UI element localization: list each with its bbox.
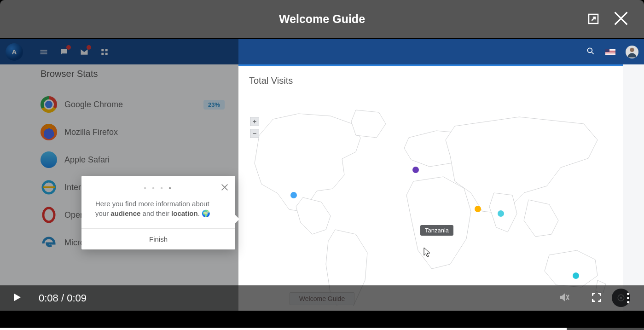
svg-point-13 [573,272,579,279]
browser-row: Mozilla Firefox [41,118,225,146]
svg-point-10 [412,167,419,173]
language-flag-icon[interactable] [605,49,615,55]
svg-point-6 [630,47,634,52]
browser-name: Mozilla Firefox [64,127,225,137]
modal-title: Welcome Guide [279,12,365,26]
menu-icon[interactable] [39,47,48,57]
cursor-icon [424,247,432,257]
tour-finish-button[interactable]: Finish [81,228,235,249]
app-bar [0,39,644,64]
chat-icon[interactable] [59,47,69,57]
svg-rect-1 [101,49,104,51]
total-visits-panel: Total Visits + − [238,64,623,311]
tour-step-dots: • • • • [81,176,235,195]
svg-point-9 [290,192,297,198]
world-map[interactable]: Tanzania [243,101,618,306]
svg-point-11 [475,206,481,212]
close-button[interactable] [612,9,630,28]
firefox-icon [41,124,57,140]
video-frame: Browser Stats Google Chrome 23% Mozilla … [0,39,644,311]
browser-row: Google Chrome 23% [41,91,225,118]
svg-point-12 [498,210,504,217]
safari-icon [41,151,57,168]
chrome-icon [41,96,57,113]
avatar[interactable] [626,46,638,58]
apps-icon[interactable] [100,47,109,57]
modal-header: Welcome Guide [0,0,644,38]
svg-rect-4 [105,52,108,55]
svg-rect-3 [101,52,104,55]
play-button[interactable] [12,292,23,305]
map-tooltip: Tanzania [420,225,453,236]
tour-close-button[interactable] [220,182,230,192]
fullscreen-icon[interactable] [591,291,603,305]
video-time: 0:08 / 0:09 [39,292,87,304]
tour-popover: • • • • Here you find more information a… [81,176,235,249]
opera-icon [41,207,57,223]
svg-point-5 [587,48,592,52]
browser-row: Apple Safari [41,146,225,174]
svg-rect-2 [105,49,108,51]
browser-pct: 23% [203,100,225,110]
map-title: Total Visits [238,66,623,91]
edge-icon [41,234,57,251]
mail-icon[interactable] [80,47,89,57]
ie-icon [41,179,57,196]
browser-name: Google Chrome [64,100,196,110]
video-progress-fill [0,328,567,330]
popout-button[interactable] [586,12,600,26]
tour-text: Here you find more information about you… [81,195,235,228]
video-controls: 0:08 / 0:09 [0,285,644,311]
browser-stats-title: Browser Stats [41,69,225,79]
mute-icon[interactable] [558,291,570,305]
search-icon[interactable] [586,46,595,58]
more-options-button[interactable] [623,293,632,303]
video-progress-track[interactable] [0,328,644,330]
svg-point-8 [43,208,54,222]
browser-name: Apple Safari [64,155,225,165]
app-logo[interactable] [6,43,23,61]
